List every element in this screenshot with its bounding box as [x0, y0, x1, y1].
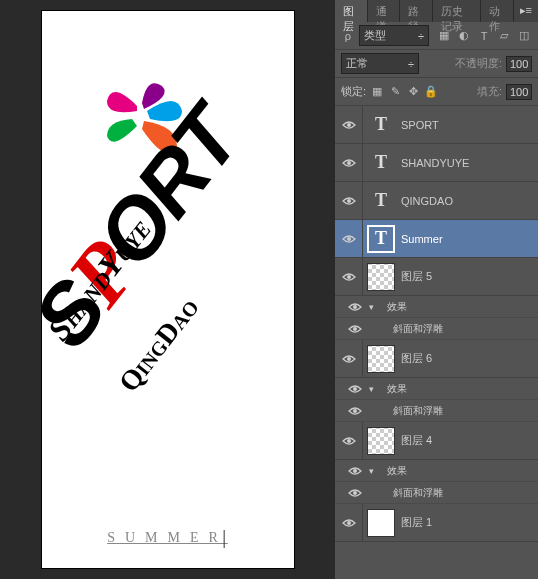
svg-point-6 [353, 327, 357, 331]
filter-adjust-icon[interactable]: ◐ [457, 29, 471, 43]
lock-paint-icon[interactable]: ✎ [388, 85, 402, 99]
tab-actions[interactable]: 动作 [481, 0, 514, 22]
fx-visibility[interactable] [341, 460, 369, 481]
visibility-toggle[interactable] [335, 422, 363, 459]
svg-point-8 [353, 387, 357, 391]
opacity-label: 不透明度: [455, 56, 502, 71]
fx-label: 效果 [381, 300, 407, 314]
fx-row[interactable]: 效果 [335, 378, 538, 400]
summer-text[interactable]: SUMMER [107, 530, 228, 548]
layer-name[interactable]: QINGDAO [401, 195, 453, 207]
svg-point-4 [347, 275, 351, 279]
lock-all-icon[interactable]: 🔒 [424, 85, 438, 99]
fx-item-row[interactable]: 斜面和浮雕 [335, 482, 538, 504]
search-icon[interactable]: ρ [341, 29, 355, 43]
fx-item-visibility[interactable] [341, 400, 369, 421]
svg-point-7 [347, 357, 351, 361]
fx-label: 效果 [381, 382, 407, 396]
visibility-toggle[interactable] [335, 106, 363, 143]
visibility-toggle[interactable] [335, 144, 363, 181]
layers-panel: 图层 通道 路径 历史记录 动作 ▸≡ ρ 类型÷ ▦ ◐ T ▱ ◫ 正常÷ … [335, 0, 538, 579]
tab-layers[interactable]: 图层 [335, 0, 368, 22]
filter-row: ρ 类型÷ ▦ ◐ T ▱ ◫ [335, 22, 538, 50]
lock-row: 锁定: ▦ ✎ ✥ 🔒 填充: 100 [335, 78, 538, 106]
layer-name[interactable]: SHANDYUYE [401, 157, 469, 169]
fx-item-visibility[interactable] [341, 482, 369, 503]
layer-thumb [367, 345, 395, 373]
blend-mode-select[interactable]: 正常÷ [341, 53, 419, 74]
layer-thumb [367, 427, 395, 455]
layer-row[interactable]: 图层 4 [335, 422, 538, 460]
svg-point-9 [353, 409, 357, 413]
lock-label: 锁定: [341, 84, 366, 99]
filter-type-icon[interactable]: T [477, 29, 491, 43]
fx-item-row[interactable]: 斜面和浮雕 [335, 400, 538, 422]
layer-thumb [367, 509, 395, 537]
fx-item-label: 斜面和浮雕 [369, 322, 443, 336]
lock-move-icon[interactable]: ✥ [406, 85, 420, 99]
artboard[interactable]: SPORT ShandYuye QingDao SUMMER [41, 10, 295, 569]
visibility-toggle[interactable] [335, 340, 363, 377]
svg-point-3 [347, 237, 351, 241]
filter-shape-icon[interactable]: ▱ [497, 29, 511, 43]
fill-label: 填充: [477, 84, 502, 99]
layer-thumb: T [367, 187, 395, 215]
layer-row[interactable]: 图层 5 [335, 258, 538, 296]
filter-smart-icon[interactable]: ◫ [517, 29, 531, 43]
fx-visibility[interactable] [341, 378, 369, 399]
svg-point-5 [353, 305, 357, 309]
svg-point-11 [353, 469, 357, 473]
fx-row[interactable]: 效果 [335, 460, 538, 482]
fx-arrow-icon[interactable] [369, 383, 381, 394]
visibility-toggle[interactable] [335, 258, 363, 295]
layer-thumb [367, 263, 395, 291]
blend-row: 正常÷ 不透明度: 100 [335, 50, 538, 78]
svg-point-0 [347, 123, 351, 127]
lock-trans-icon[interactable]: ▦ [370, 85, 384, 99]
tab-channels[interactable]: 通道 [368, 0, 401, 22]
fx-arrow-icon[interactable] [369, 301, 381, 312]
layer-row[interactable]: 图层 6 [335, 340, 538, 378]
svg-point-10 [347, 439, 351, 443]
layer-row[interactable]: TSPORT [335, 106, 538, 144]
fx-item-row[interactable]: 斜面和浮雕 [335, 318, 538, 340]
layer-name[interactable]: SPORT [401, 119, 439, 131]
layer-row[interactable]: TQINGDAO [335, 182, 538, 220]
layer-name[interactable]: 图层 6 [401, 351, 432, 366]
layer-name[interactable]: 图层 1 [401, 515, 432, 530]
layer-name[interactable]: Summer [401, 233, 443, 245]
panel-menu-icon[interactable]: ▸≡ [514, 0, 538, 22]
fx-visibility[interactable] [341, 296, 369, 317]
fx-label: 效果 [381, 464, 407, 478]
svg-point-12 [353, 491, 357, 495]
fill-value[interactable]: 100 [506, 84, 532, 100]
visibility-toggle[interactable] [335, 504, 363, 541]
fx-item-label: 斜面和浮雕 [369, 404, 443, 418]
layer-thumb: T [367, 225, 395, 253]
fx-arrow-icon[interactable] [369, 465, 381, 476]
visibility-toggle[interactable] [335, 220, 363, 257]
layer-name[interactable]: 图层 5 [401, 269, 432, 284]
fx-item-visibility[interactable] [341, 318, 369, 339]
canvas-area: SPORT ShandYuye QingDao SUMMER [0, 0, 335, 579]
svg-point-13 [347, 521, 351, 525]
filter-pixel-icon[interactable]: ▦ [437, 29, 451, 43]
layer-list: TSPORTTSHANDYUYETQINGDAOTSummer图层 5效果斜面和… [335, 106, 538, 542]
visibility-toggle[interactable] [335, 182, 363, 219]
panel-tabs: 图层 通道 路径 历史记录 动作 ▸≡ [335, 0, 538, 22]
layer-row[interactable]: 图层 1 [335, 504, 538, 542]
svg-point-1 [347, 161, 351, 165]
tab-paths[interactable]: 路径 [400, 0, 433, 22]
tab-history[interactable]: 历史记录 [433, 0, 481, 22]
layer-thumb: T [367, 149, 395, 177]
svg-point-2 [347, 199, 351, 203]
kind-select[interactable]: 类型÷ [359, 25, 429, 46]
fx-row[interactable]: 效果 [335, 296, 538, 318]
layer-row[interactable]: TSummer [335, 220, 538, 258]
layer-name[interactable]: 图层 4 [401, 433, 432, 448]
fx-item-label: 斜面和浮雕 [369, 486, 443, 500]
layer-row[interactable]: TSHANDYUYE [335, 144, 538, 182]
opacity-value[interactable]: 100 [506, 56, 532, 72]
layer-thumb: T [367, 111, 395, 139]
